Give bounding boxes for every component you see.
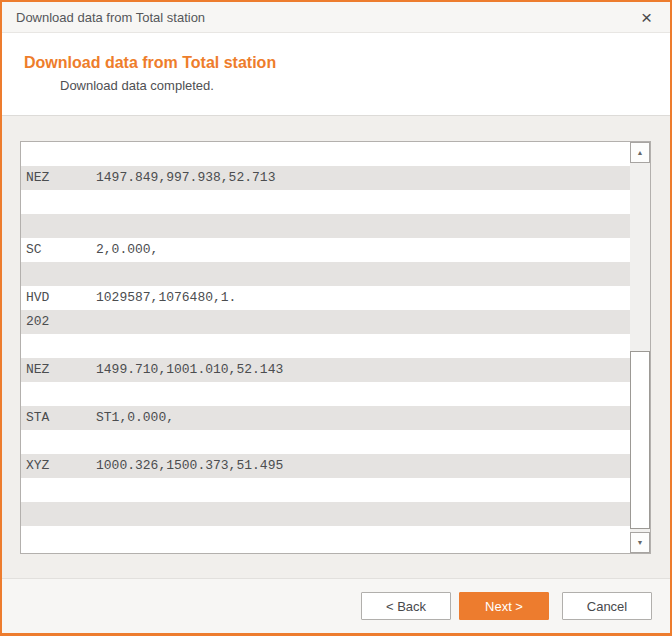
log-value: ST1,0.000, xyxy=(96,410,174,425)
log-rows: NEZ1497.849,997.938,52.713 SC2,0.000, HV… xyxy=(21,142,630,553)
log-row xyxy=(21,478,630,502)
log-row: SC2,0.000, xyxy=(21,238,630,262)
log-code: 202 xyxy=(26,310,96,334)
scrollbar-thumb[interactable] xyxy=(630,351,650,529)
log-value: 1497.849,997.938,52.713 xyxy=(96,170,275,185)
page-title: Download data from Total station xyxy=(24,54,670,72)
back-button[interactable]: < Back xyxy=(361,592,451,620)
scroll-up-button[interactable]: ▲ xyxy=(630,142,650,163)
log-code: XYZ xyxy=(26,454,96,478)
log-row xyxy=(21,526,630,550)
log-value: 1499.710,1001.010,52.143 xyxy=(96,362,283,377)
log-code: NEZ xyxy=(26,166,96,190)
log-row xyxy=(21,430,630,454)
log-code: SC xyxy=(26,238,96,262)
log-row xyxy=(21,334,630,358)
downloaded-data-list: NEZ1497.849,997.938,52.713 SC2,0.000, HV… xyxy=(20,141,651,554)
download-wizard-dialog: Download data from Total station × Downl… xyxy=(0,0,672,636)
title-bar: Download data from Total station × xyxy=(2,2,670,33)
cancel-button[interactable]: Cancel xyxy=(562,592,652,620)
log-code: HVD xyxy=(26,286,96,310)
log-row: HVD1029587,1076480,1. xyxy=(21,286,630,310)
log-row: STAST1,0.000, xyxy=(21,406,630,430)
log-row xyxy=(21,502,630,526)
scrollbar-track[interactable] xyxy=(630,163,650,532)
log-value: 2,0.000, xyxy=(96,242,158,257)
vertical-scrollbar: ▲ ▼ xyxy=(630,142,650,553)
log-row xyxy=(21,142,630,166)
log-row: XYZ1000.326,1500.373,51.495 xyxy=(21,454,630,478)
log-row xyxy=(21,214,630,238)
log-row: 202 xyxy=(21,310,630,334)
log-value: 1000.326,1500.373,51.495 xyxy=(96,458,283,473)
scroll-down-button[interactable]: ▼ xyxy=(630,532,650,553)
arrow-up-icon: ▲ xyxy=(637,149,644,156)
log-code: NEZ xyxy=(26,358,96,382)
next-button[interactable]: Next > xyxy=(459,592,549,620)
close-icon[interactable]: × xyxy=(639,8,654,27)
status-text: Download data completed. xyxy=(60,78,670,93)
log-code: STA xyxy=(26,406,96,430)
log-row: NEZ1497.849,997.938,52.713 xyxy=(21,166,630,190)
log-value: 1029587,1076480,1. xyxy=(96,290,236,305)
content-area: NEZ1497.849,997.938,52.713 SC2,0.000, HV… xyxy=(2,116,670,578)
button-bar: < Back Next > Cancel xyxy=(2,578,670,633)
log-row xyxy=(21,382,630,406)
window-title: Download data from Total station xyxy=(16,10,639,25)
arrow-down-icon: ▼ xyxy=(637,539,644,546)
log-row: NEZ1499.710,1001.010,52.143 xyxy=(21,358,630,382)
log-row xyxy=(21,262,630,286)
wizard-header: Download data from Total station Downloa… xyxy=(2,33,670,116)
log-row xyxy=(21,190,630,214)
